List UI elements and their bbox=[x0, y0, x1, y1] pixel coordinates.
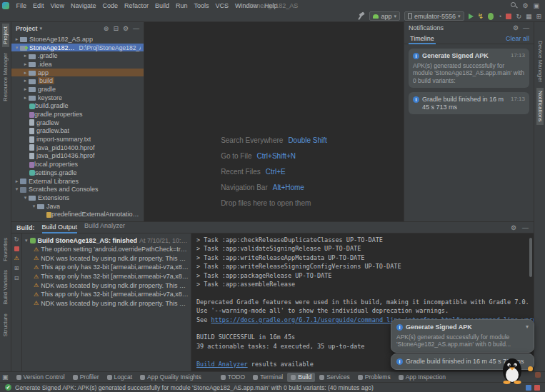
stripe-button-notifications[interactable]: Notifications bbox=[536, 88, 544, 125]
tab-build-analyzer[interactable]: Build Analyzer bbox=[84, 222, 125, 233]
build-warning-row[interactable]: ⚠This app only has 32-bit [armeabi,armea… bbox=[22, 263, 191, 272]
project-item-keystore[interactable]: ▸keystore bbox=[11, 94, 144, 102]
panel-settings-gear-icon[interactable]: ⚙ bbox=[513, 24, 519, 31]
build-root-node[interactable]: ▾ Build StoneAge182_AS: finished At 7/10… bbox=[22, 236, 191, 245]
stripe-button-build-variants[interactable]: Build Variants bbox=[2, 267, 9, 308]
profiler-icon[interactable]: ◔ bbox=[498, 13, 501, 20]
project-item-local-properties[interactable]: local.properties bbox=[11, 160, 144, 169]
project-item-scratches-and-consoles[interactable]: ▾Scratches and Consoles bbox=[11, 185, 144, 194]
project-item-gradle-properties[interactable]: gradle.properties bbox=[11, 110, 144, 119]
menu-code[interactable]: Code bbox=[99, 2, 121, 9]
debug-icon[interactable] bbox=[488, 13, 494, 20]
toolwindow-tab-services[interactable]: Services bbox=[316, 373, 354, 382]
chevron-down-icon[interactable]: ▾ bbox=[526, 323, 529, 330]
project-item-gradlew[interactable]: gradlew bbox=[11, 119, 144, 127]
toolwindow-tab-build[interactable]: Build bbox=[287, 373, 315, 382]
make-project-hammer-icon[interactable] bbox=[357, 12, 365, 20]
notification-card[interactable]: iGradle build finished in 16 m 45 s 713 … bbox=[409, 92, 529, 114]
menu-refactor[interactable]: Refactor bbox=[121, 2, 151, 9]
module-combo[interactable]: app ▾ bbox=[369, 11, 400, 21]
hide-panel-icon[interactable]: — bbox=[522, 224, 529, 231]
menu-vcs[interactable]: VCS bbox=[212, 2, 232, 9]
project-item-external-libraries[interactable]: ▸External Libraries bbox=[11, 177, 144, 186]
device-manager-icon[interactable]: ▦ bbox=[526, 13, 532, 20]
toolwindow-tab-todo[interactable]: TODO bbox=[217, 373, 249, 382]
project-item-import-summary-txt[interactable]: import-summary.txt bbox=[11, 135, 144, 144]
build-warning-row[interactable]: ⚠The option setting 'android.overridePat… bbox=[22, 245, 191, 254]
tab-build-output[interactable]: Build Output bbox=[42, 222, 78, 233]
stop-icon[interactable] bbox=[506, 14, 511, 19]
menu-navigate[interactable]: Navigate bbox=[67, 2, 99, 9]
apply-changes-icon[interactable]: ↯ bbox=[478, 13, 484, 20]
toolwindow-tab-problems[interactable]: Problems bbox=[354, 373, 394, 382]
locate-file-icon[interactable]: ⊕ bbox=[104, 25, 109, 32]
menu-run[interactable]: Run bbox=[172, 2, 191, 9]
menu-file[interactable]: File bbox=[13, 2, 30, 9]
project-item-app[interactable]: ▸app bbox=[11, 69, 144, 77]
project-item-idea[interactable]: ▸.idea bbox=[11, 60, 144, 69]
toolwindow-tab-app-inspection[interactable]: App Inspection bbox=[395, 373, 449, 382]
sdk-manager-icon[interactable]: ⊞ bbox=[536, 13, 541, 20]
project-item-java[interactable]: ▾Java bbox=[11, 202, 144, 211]
notification-card[interactable]: iGenerate Signed APK17:13APK(s) generate… bbox=[409, 49, 529, 88]
project-item-extensions[interactable]: ▾Extensions bbox=[11, 194, 144, 202]
clear-all-link[interactable]: Clear all bbox=[506, 35, 529, 42]
project-item-java-pid10436-hprof[interactable]: java_pid10436.hprof bbox=[11, 152, 144, 161]
project-view-selector[interactable]: Project bbox=[16, 25, 38, 32]
filter-warnings-icon[interactable]: ⚠ bbox=[14, 255, 19, 261]
project-item-build-gradle[interactable]: build.gradle bbox=[11, 102, 144, 111]
settings-gear-icon[interactable]: ⚙ bbox=[522, 2, 528, 9]
collapse-all-icon[interactable]: ⊟ bbox=[113, 25, 119, 32]
menu-edit[interactable]: Edit bbox=[30, 2, 48, 9]
toolwindow-tab-terminal[interactable]: Terminal bbox=[249, 373, 286, 382]
hide-panel-icon[interactable]: — bbox=[523, 24, 529, 31]
build-warning-row[interactable]: ⚠This app only has 32-bit [armeabi,armea… bbox=[22, 290, 191, 299]
panel-settings-gear-icon[interactable]: ⚙ bbox=[511, 224, 516, 231]
toolwindow-tab-profiler[interactable]: Profiler bbox=[69, 373, 103, 382]
collapse-all-icon[interactable]: ⊟ bbox=[14, 275, 19, 281]
hide-panel-icon[interactable]: — bbox=[133, 25, 139, 32]
stripe-button-project[interactable]: Project bbox=[2, 24, 9, 47]
menu-window[interactable]: Window bbox=[232, 2, 261, 9]
menu-tools[interactable]: Tools bbox=[191, 2, 212, 9]
project-item-java-pid10400-hprof[interactable]: java_pid10400.hprof bbox=[11, 144, 144, 152]
expand-all-icon[interactable]: ⊞ bbox=[14, 265, 19, 271]
notification-toast[interactable]: iGenerate Signed APK▾APK(s) generated su… bbox=[391, 319, 534, 353]
sync-gradle-icon[interactable]: ↻ bbox=[516, 13, 521, 20]
menu-build[interactable]: Build bbox=[151, 2, 172, 9]
build-warning-row[interactable]: ⚠NDK was located by using ndk.dir proper… bbox=[22, 281, 191, 290]
project-item-predefinedexternalannotations-json[interactable]: predefinedExternalAnnotations.json bbox=[11, 210, 144, 218]
device-combo[interactable]: emulator-5556 ▾ bbox=[404, 11, 464, 21]
tab-timeline[interactable]: Timeline bbox=[409, 34, 436, 44]
panel-settings-gear-icon[interactable]: ⚙ bbox=[123, 25, 129, 32]
stop-build-icon[interactable] bbox=[14, 246, 19, 251]
window-layout-icon[interactable]: ▣ bbox=[533, 2, 539, 9]
stripe-button-device-manager[interactable]: Device Manager bbox=[536, 38, 544, 85]
window-layout-icon[interactable]: ▣ bbox=[2, 373, 9, 381]
run-button[interactable] bbox=[469, 14, 474, 19]
search-icon[interactable] bbox=[511, 2, 517, 9]
stripe-button-resource-manager[interactable]: Resource Manager bbox=[2, 50, 9, 104]
project-item-settings-gradle[interactable]: settings.gradle bbox=[11, 169, 144, 177]
project-item-stoneage182-as-app[interactable]: ▸StoneAge182_AS.app bbox=[11, 35, 144, 44]
toolwindow-tab-logcat[interactable]: Logcat bbox=[104, 373, 136, 382]
menu-view[interactable]: View bbox=[47, 2, 67, 9]
project-item-build[interactable]: ▸build bbox=[11, 76, 144, 85]
restart-build-icon[interactable]: ↻ bbox=[14, 236, 19, 243]
toolwindow-tab-app-quality-insights[interactable]: App Quality Insights bbox=[136, 373, 205, 382]
menu-help[interactable]: Help bbox=[261, 2, 281, 9]
stripe-button-structure[interactable]: Structure bbox=[2, 311, 9, 339]
stripe-button-favorites[interactable]: Favorites bbox=[2, 235, 9, 264]
build-warning-row[interactable]: ⚠This app only has 32-bit [armeabi,armea… bbox=[22, 272, 191, 281]
project-item-gradle[interactable]: ▸.gradle bbox=[11, 51, 144, 60]
project-item-gradle[interactable]: ▸gradle bbox=[11, 85, 144, 94]
editor-area[interactable]: Search EverywhereDouble ShiftGo to FileC… bbox=[144, 22, 404, 221]
toolwindow-tab-version-control[interactable]: Version Control bbox=[13, 373, 69, 382]
console-link[interactable]: Build Analyzer bbox=[196, 361, 248, 368]
console-scrollbar[interactable] bbox=[529, 238, 532, 277]
project-item-stoneage182-as[interactable]: ▾StoneAge182_ASD:\Proj\StoneAge182_AS bbox=[11, 44, 144, 52]
build-warning-row[interactable]: ⚠NDK was located by using ndk.dir proper… bbox=[22, 254, 191, 263]
status-message[interactable]: Generate Signed APK: APK(s) generated su… bbox=[15, 384, 374, 391]
project-item-gradlew-bat[interactable]: gradlew.bat bbox=[11, 127, 144, 136]
build-warning-row[interactable]: ⚠NDK was located by using ndk.dir proper… bbox=[22, 299, 191, 308]
